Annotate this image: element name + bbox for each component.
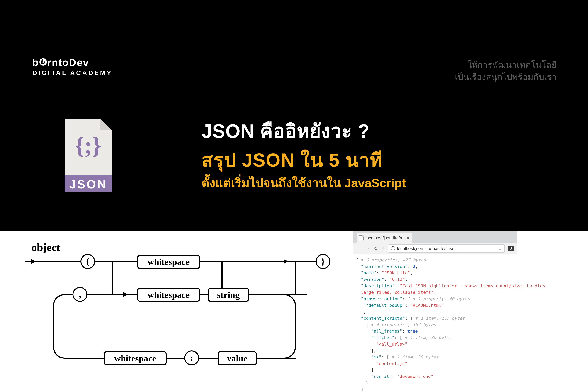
railroad-whitespace-1: whitespace [137, 255, 200, 269]
reload-icon[interactable]: ↻ [374, 246, 378, 252]
json-file-icon: {;} JSON [61, 118, 116, 194]
railroad-diagram: object { whitespace } , whitespace strin… [14, 235, 337, 392]
bottom-section: object { whitespace } , whitespace strin… [0, 231, 588, 392]
title-line2: สรุป JSON ใน 5 นาที [202, 150, 406, 170]
railroad-colon: : [184, 350, 199, 365]
info-icon[interactable]: ⓘ [391, 246, 395, 252]
tagline-line2: เป็นเรื่องสนุกไปพร้อมกับเรา [455, 71, 557, 83]
railroad-value: value [218, 351, 257, 365]
brand-logo: b ⏻ rntoDev DIGITAL ACADEMY [32, 57, 112, 77]
home-icon[interactable]: ⌂ [382, 246, 385, 252]
title-line3: ตั้งแต่เริ่มไปจนถึงใช้งานใน JavaScript [202, 175, 406, 191]
file-icon [359, 236, 364, 240]
close-icon[interactable]: × [407, 236, 409, 240]
railroad-open-brace: { [80, 254, 95, 269]
title-line1: JSON คืออิหยังวะ ? [202, 116, 406, 146]
brand-letter-b: b [32, 57, 39, 68]
back-icon[interactable]: ← [356, 246, 362, 252]
railroad-whitespace-2: whitespace [137, 288, 200, 302]
json-viewer: { ▼ 6 properties, 427 bytes "manifest_ve… [353, 254, 518, 392]
railroad-heading: object [31, 241, 60, 254]
brand-rest: rntoDev [47, 57, 89, 68]
power-icon: ⏻ [40, 58, 47, 66]
browser-tab[interactable]: localhost/json-lite/m × [356, 233, 412, 243]
tagline-line1: ให้การพัฒนาเทคโนโลยี [455, 59, 557, 71]
title-block: JSON คืออิหยังวะ ? สรุป JSON ใน 5 นาที ต… [202, 116, 406, 191]
hero-banner: b ⏻ rntoDev DIGITAL ACADEMY ให้การพัฒนาเ… [0, 0, 588, 231]
browser-tab-strip: localhost/json-lite/m × [353, 231, 518, 243]
tagline: ให้การพัฒนาเทคโนโลยี เป็นเรื่องสนุกไปพร้… [455, 59, 557, 83]
forward-icon[interactable]: → [365, 246, 370, 252]
json-ext-label: JSON [70, 178, 107, 191]
railroad-comma: , [72, 287, 88, 302]
tab-title: localhost/json-lite/m [366, 236, 403, 240]
browser-toolbar: ← → ↻ ⌂ ⓘ localhost/json-lite/manifest.j… [353, 243, 518, 254]
railroad-close-brace: } [316, 254, 330, 269]
star-icon[interactable]: ☆ [498, 246, 502, 251]
address-url: localhost/json-lite/manifest.json [397, 246, 457, 251]
json-braces-text: {;} [75, 132, 102, 158]
browser-window: localhost/json-lite/m × ← → ↻ ⌂ ⓘ localh… [353, 231, 518, 392]
address-bar[interactable]: ⓘ localhost/json-lite/manifest.json ☆ [388, 244, 504, 253]
railroad-string: string [208, 288, 249, 302]
brand-subtitle: DIGITAL ACADEMY [32, 69, 112, 77]
railroad-whitespace-3: whitespace [104, 351, 166, 365]
extension-badge[interactable]: J [508, 246, 514, 252]
